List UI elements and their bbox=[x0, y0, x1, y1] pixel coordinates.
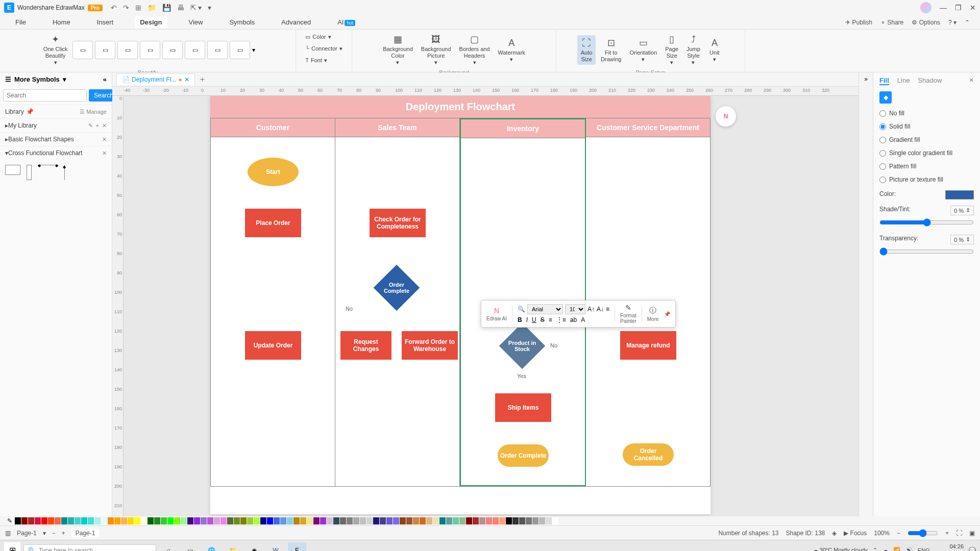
color-swatch-item[interactable] bbox=[161, 517, 167, 524]
notifications-icon[interactable]: 💬 bbox=[969, 547, 976, 551]
color-swatch-item[interactable] bbox=[420, 517, 426, 524]
shape-order-cancelled[interactable]: Order Cancelled bbox=[623, 443, 674, 466]
shape-order-complete-end[interactable]: Order Complete bbox=[498, 444, 549, 467]
pin-icon[interactable]: 📌 bbox=[26, 108, 34, 115]
menu-design[interactable]: Design bbox=[135, 16, 167, 28]
case-icon[interactable]: ab bbox=[570, 316, 577, 323]
lib-close-icon[interactable]: ✕ bbox=[102, 122, 107, 129]
theme-preset-7[interactable]: ▭ bbox=[207, 41, 228, 59]
clock-time[interactable]: 04:26 bbox=[935, 543, 964, 550]
list-number-icon[interactable]: ≡ bbox=[549, 316, 552, 323]
color-swatch-item[interactable] bbox=[108, 517, 114, 524]
theme-preset-4[interactable]: ▭ bbox=[140, 41, 160, 59]
color-swatch-item[interactable] bbox=[21, 517, 28, 524]
color-swatch-item[interactable] bbox=[386, 517, 393, 524]
shape-separator-h[interactable]: ◆◆ bbox=[38, 165, 58, 175]
weather-widget[interactable]: ☁ 30°C Mostly cloudy bbox=[813, 547, 868, 551]
color-swatch-item[interactable] bbox=[260, 517, 266, 524]
color-swatch-item[interactable] bbox=[287, 517, 293, 524]
expand-right-icon[interactable]: » bbox=[864, 76, 868, 83]
lane-sales[interactable]: Sales Team bbox=[335, 118, 459, 137]
theme-preset-1[interactable]: ▭ bbox=[72, 41, 93, 59]
color-swatch-item[interactable] bbox=[41, 517, 47, 524]
color-swatch-item[interactable] bbox=[532, 517, 538, 524]
tray-sound-icon[interactable]: 🔊 bbox=[905, 547, 913, 551]
color-swatch-item[interactable] bbox=[400, 517, 406, 524]
cross-functional-label[interactable]: Cross Functional Flowchart bbox=[8, 149, 82, 157]
color-swatch-item[interactable] bbox=[320, 517, 326, 524]
publish-button[interactable]: ✈ Publish bbox=[845, 19, 872, 26]
color-swatch-item[interactable] bbox=[181, 517, 187, 524]
color-swatch-item[interactable] bbox=[247, 517, 253, 524]
theme-more-icon[interactable]: ▾ bbox=[252, 46, 255, 54]
page-tab[interactable]: Page-1 bbox=[71, 529, 100, 538]
align-icon[interactable]: ≡ bbox=[606, 306, 609, 313]
color-swatch-item[interactable] bbox=[81, 517, 87, 524]
theme-preset-3[interactable]: ▭ bbox=[117, 41, 138, 59]
color-swatch-item[interactable] bbox=[552, 517, 558, 524]
color-swatch-item[interactable] bbox=[167, 517, 174, 524]
increase-font-icon[interactable]: A↑ bbox=[587, 306, 595, 313]
font-size-select[interactable]: 10 bbox=[565, 304, 585, 314]
color-swatch-item[interactable] bbox=[15, 517, 21, 524]
menu-home[interactable]: Home bbox=[47, 16, 76, 28]
italic-button[interactable]: I bbox=[526, 316, 528, 323]
tray-up-icon[interactable]: ⌃ bbox=[873, 547, 877, 551]
focus-button[interactable]: ▶ Focus bbox=[844, 530, 867, 537]
color-swatch-item[interactable] bbox=[307, 517, 313, 524]
color-swatch-item[interactable] bbox=[519, 517, 525, 524]
page-size-button[interactable]: ▯Page Size ▾ bbox=[662, 32, 681, 68]
bg-color-button[interactable]: ▦Background Color ▾ bbox=[380, 32, 416, 68]
menu-symbols[interactable]: Symbols bbox=[224, 16, 260, 28]
save-icon[interactable]: 💾 bbox=[162, 4, 171, 12]
color-swatch-item[interactable] bbox=[121, 517, 127, 524]
watermark-button[interactable]: AWatermark ▾ bbox=[495, 35, 528, 65]
color-swatch-item[interactable] bbox=[506, 517, 512, 524]
color-swatch-item[interactable] bbox=[366, 517, 373, 524]
color-swatch-item[interactable] bbox=[493, 517, 499, 524]
export-icon[interactable]: ⇱ ▾ bbox=[190, 4, 202, 12]
shape-order-complete-decision[interactable]: Order Complete bbox=[374, 265, 420, 311]
tray-wifi-icon[interactable]: 📶 bbox=[893, 547, 900, 551]
color-swatch-item[interactable] bbox=[207, 517, 213, 524]
radio-pattern-fill[interactable]: Pattern fill bbox=[879, 160, 974, 173]
bg-picture-button[interactable]: 🖼Background Picture ▾ bbox=[418, 32, 454, 68]
color-swatch-item[interactable] bbox=[373, 517, 379, 524]
shape-start[interactable]: Start bbox=[248, 158, 299, 186]
manage-button[interactable]: ☰ Manage bbox=[80, 109, 107, 115]
color-swatch-item[interactable] bbox=[546, 517, 552, 524]
shape-swimlane-h[interactable] bbox=[5, 165, 20, 175]
shape-update-order[interactable]: Update Order bbox=[245, 331, 301, 360]
lane-inventory[interactable]: Inventory bbox=[461, 119, 585, 138]
font-family-select[interactable]: Arial bbox=[527, 304, 563, 314]
color-swatch-item[interactable] bbox=[101, 517, 107, 524]
theme-preset-6[interactable]: ▭ bbox=[185, 41, 205, 59]
color-swatch-item[interactable] bbox=[61, 517, 67, 524]
shape-product-in-stock[interactable]: Product in Stock bbox=[499, 323, 545, 369]
task-cortana[interactable]: ○ bbox=[159, 542, 178, 552]
tab-shadow[interactable]: Shadow bbox=[918, 77, 942, 85]
radio-gradient-fill[interactable]: Gradient fill bbox=[879, 133, 974, 146]
fit-drawing-button[interactable]: ⊡Fit to Drawing bbox=[598, 35, 624, 65]
color-swatch-item[interactable] bbox=[439, 517, 446, 524]
color-swatch-item[interactable] bbox=[134, 517, 140, 524]
menu-ai[interactable]: AIhot bbox=[332, 16, 360, 28]
orientation-button[interactable]: ▭Orientation ▾ bbox=[626, 35, 660, 65]
color-swatch-item[interactable] bbox=[220, 517, 227, 524]
transparency-value[interactable]: 0 %⇕ bbox=[950, 235, 974, 244]
minimize-icon[interactable]: — bbox=[940, 4, 947, 12]
color-swatch-item[interactable] bbox=[28, 517, 34, 524]
color-swatch-item[interactable] bbox=[360, 517, 366, 524]
underline-button[interactable]: U bbox=[532, 316, 536, 323]
color-swatch-item[interactable] bbox=[300, 517, 306, 524]
shape-separator-v[interactable]: ◆ bbox=[64, 165, 69, 180]
color-swatch-item[interactable] bbox=[148, 517, 154, 524]
menu-file[interactable]: File bbox=[10, 16, 31, 28]
bold-button[interactable]: B bbox=[518, 316, 522, 323]
more-format-button[interactable]: ⓘMore bbox=[647, 306, 659, 322]
close-icon[interactable]: ✕ bbox=[970, 4, 976, 12]
cross-close-icon[interactable]: ✕ bbox=[102, 150, 107, 157]
new-tab-icon[interactable]: + bbox=[200, 75, 205, 84]
color-swatch-item[interactable] bbox=[94, 517, 101, 524]
doc-tab[interactable]: 📄 Deployment Fl... ● ✕ bbox=[116, 73, 195, 85]
